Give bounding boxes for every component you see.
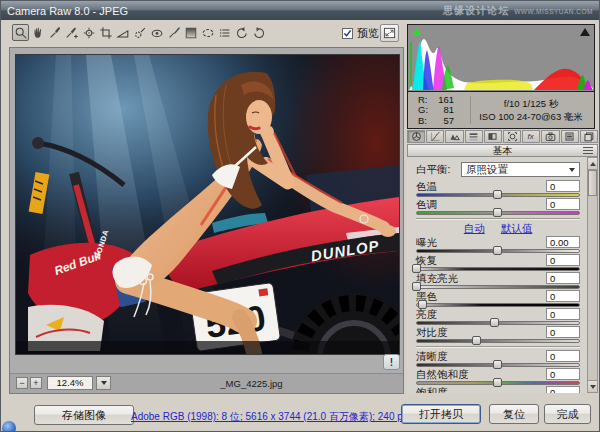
slider-label: 色温 (416, 180, 437, 194)
zoom-tool[interactable] (12, 24, 29, 41)
save-image-button[interactable]: 存储图像 (34, 405, 134, 425)
tint-slider-row: 色调 0 (416, 198, 580, 216)
tab-detail[interactable] (445, 130, 463, 143)
slider-label: 饱和度 (416, 386, 448, 393)
processing-warning-button[interactable]: ! (383, 354, 400, 370)
color-sampler-tool[interactable] (63, 24, 80, 41)
default-link[interactable]: 默认值 (501, 222, 533, 236)
photo-preview[interactable]: DUNLOP Red Bull HONDA (15, 54, 400, 355)
image-panel: DUNLOP Red Bull HONDA (9, 47, 404, 394)
white-balance-label: 白平衡: (416, 163, 461, 177)
crop-tool[interactable] (97, 24, 114, 41)
brightness-value-field[interactable]: 0 (546, 308, 580, 320)
scroll-up-button[interactable] (588, 158, 597, 170)
tab-presets[interactable] (561, 130, 579, 143)
rotate-cw-icon (252, 26, 266, 40)
slider-track[interactable] (416, 249, 580, 253)
panel-menu-icon[interactable] (583, 147, 593, 154)
window-title: Camera Raw 8.0 - JPEG (7, 5, 128, 17)
tab-camera-calibration[interactable] (541, 130, 559, 143)
recovery-value-field[interactable]: 0 (546, 254, 580, 266)
basic-panel: 白平衡: 原照设置 色温 0 色调 0 自动 默认值 曝光 0.00 恢 (407, 157, 587, 393)
clarity-value-field[interactable]: 0 (546, 350, 580, 362)
contrast-value-field[interactable]: 0 (546, 326, 580, 338)
exposure-value-field[interactable]: 0.00 (546, 236, 580, 248)
filename-label: _MG_4225.jpg (120, 378, 383, 389)
tab-hsl-grayscale[interactable] (465, 130, 483, 143)
slider-label: 对比度 (416, 326, 448, 340)
tab-lens-corrections[interactable] (503, 130, 521, 143)
divider (416, 346, 580, 348)
hand-tool[interactable] (29, 24, 46, 41)
slider-track[interactable] (416, 321, 580, 325)
scrollbar-thumb[interactable] (588, 170, 597, 196)
slider-thumb[interactable] (472, 336, 481, 345)
brush-icon (167, 26, 181, 40)
rotate-right-button[interactable] (250, 24, 267, 41)
eye-icon (150, 26, 164, 40)
zoom-level-dropdown-button[interactable] (96, 376, 111, 390)
fullscreen-toggle-button[interactable] (380, 24, 399, 42)
rotate-left-button[interactable] (233, 24, 250, 41)
graduated-filter-tool[interactable] (182, 24, 199, 41)
fullscreen-icon (383, 27, 396, 39)
panel-header: 基本 (407, 144, 598, 157)
slider-track[interactable] (416, 363, 580, 367)
slider-thumb[interactable] (493, 208, 502, 217)
radial-filter-tool[interactable] (199, 24, 216, 41)
saturation-value-field[interactable]: 0 (546, 386, 580, 393)
temperature-value-field[interactable]: 0 (546, 180, 580, 192)
straighten-tool[interactable] (114, 24, 131, 41)
magnifier-icon (14, 26, 28, 40)
red-eye-removal-tool[interactable] (148, 24, 165, 41)
zoom-level-field[interactable]: 12.4% (47, 376, 93, 390)
slider-track[interactable] (416, 303, 580, 307)
clarity-slider-row: 清晰度 0 (416, 350, 580, 368)
slider-label: 填充亮光 (416, 272, 458, 286)
zoom-in-button[interactable]: + (30, 377, 42, 389)
reset-button[interactable]: 复位 (489, 404, 539, 424)
spot-removal-tool[interactable] (131, 24, 148, 41)
open-copy-button[interactable]: 打开拷贝 (401, 404, 481, 424)
tab-basic[interactable] (407, 130, 425, 143)
photo-illustration: DUNLOP Red Bull HONDA (16, 55, 399, 354)
titlebar[interactable]: Camera Raw 8.0 - JPEG 思缘设计论坛 WWW.MISSYUA… (1, 1, 599, 20)
preview-label: 预览 (357, 26, 379, 41)
slider-track[interactable] (416, 339, 580, 343)
vibrance-value-field[interactable]: 0 (546, 368, 580, 380)
panel-scrollbar[interactable] (587, 157, 598, 393)
tab-tone-curve[interactable] (426, 130, 444, 143)
targeted-adjustment-tool[interactable] (80, 24, 97, 41)
heal-brush-icon (133, 26, 147, 40)
slider-track[interactable] (416, 211, 580, 215)
slider-label: 清晰度 (416, 350, 448, 364)
fx-icon: fx (526, 131, 537, 142)
tab-snapshots[interactable] (580, 130, 598, 143)
workflow-options-link[interactable]: Adobe RGB (1998): 8 位; 5616 x 3744 (21.0… (131, 410, 391, 424)
zoom-out-button[interactable]: − (16, 377, 28, 389)
tab-split-toning[interactable] (484, 130, 502, 143)
blacks-value-field[interactable]: 0 (546, 290, 580, 302)
tab-effects[interactable]: fx (522, 130, 540, 143)
slider-track[interactable] (416, 193, 580, 197)
white-balance-select[interactable]: 原照设置 (461, 162, 580, 177)
adjustment-brush-tool[interactable] (165, 24, 182, 41)
preview-checkbox[interactable]: 预览 (342, 26, 379, 41)
white-balance-tool[interactable] (46, 24, 63, 41)
tint-value-field[interactable]: 0 (546, 198, 580, 210)
scroll-down-button[interactable] (588, 380, 597, 392)
slider-track[interactable] (416, 285, 580, 289)
fill-light-value-field[interactable]: 0 (546, 272, 580, 284)
slider-track[interactable] (416, 381, 580, 385)
divider (470, 96, 471, 124)
iso-lens-label: ISO 100 24-70@63 毫米 (472, 110, 590, 123)
aperture-shutter-label: f/10 1/125 秒 (472, 97, 590, 110)
slider-track[interactable] (416, 267, 580, 271)
auto-link[interactable]: 自动 (464, 222, 485, 236)
exif-info: R:161 G:81 B:57 f/10 1/125 秒 ISO 100 24-… (407, 92, 595, 129)
preferences-button[interactable] (216, 24, 233, 41)
done-button[interactable]: 完成 (544, 404, 591, 424)
camera-icon (545, 131, 556, 142)
target-icon (82, 26, 96, 40)
chevron-down-icon (569, 168, 575, 172)
